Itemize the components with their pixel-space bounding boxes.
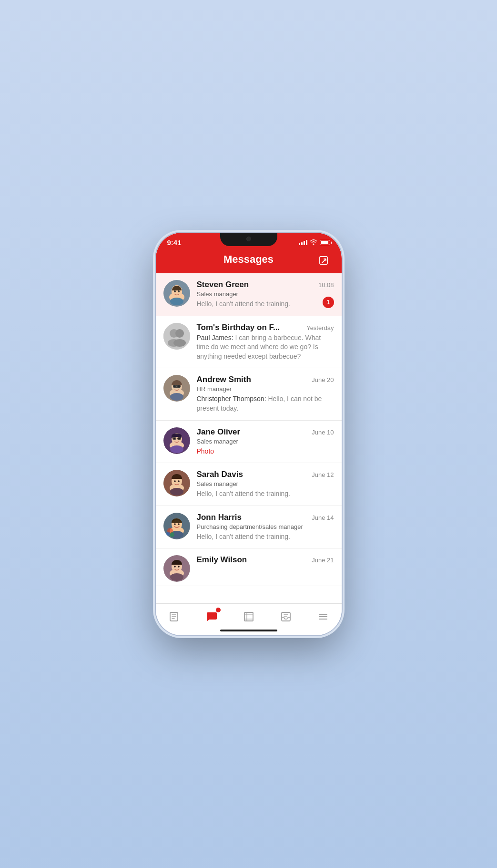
avatar-img-jonn (163, 513, 190, 539)
notch (220, 233, 277, 246)
svg-rect-56 (282, 612, 290, 621)
message-item-toms-birthday[interactable]: Tom's Birthday on F... Yesterday Paul Ja… (156, 316, 342, 369)
nav-item-menu[interactable] (312, 609, 335, 624)
message-time: 10:08 (318, 281, 334, 289)
contact-name: Sarah Davis (197, 470, 243, 479)
message-item-andrew-smith[interactable]: Andrew Smith June 20 HR manager Christop… (156, 368, 342, 420)
messages-icon (205, 610, 218, 623)
bottom-navigation (156, 603, 342, 627)
menu-icon (317, 611, 329, 622)
avatar-steven-green (163, 280, 190, 307)
camera-dot (246, 237, 251, 241)
message-content-jonn-harris: Jonn Harris June 14 Purchasing departmen… (197, 513, 334, 542)
notes-icon (168, 611, 180, 622)
compose-button[interactable] (316, 253, 332, 269)
status-time: 9:41 (167, 238, 182, 247)
nav-item-notes[interactable] (162, 609, 185, 624)
avatar-emily-wilson (163, 555, 190, 582)
compose-icon (318, 255, 330, 267)
group-avatar (163, 323, 190, 350)
nav-badge (216, 608, 221, 612)
message-top: Steven Green 10:08 (197, 280, 334, 289)
svg-point-41 (178, 523, 180, 525)
svg-point-5 (174, 290, 176, 292)
svg-point-6 (178, 290, 180, 292)
nav-item-contacts[interactable] (237, 609, 260, 624)
svg-point-12 (173, 339, 186, 347)
svg-point-29 (178, 437, 180, 439)
svg-point-10 (175, 329, 184, 338)
message-preview: Christopher Thompson: Hello, I can not b… (197, 394, 334, 413)
message-content-steven-green: Steven Green 10:08 Sales manager Hello, … (197, 280, 334, 309)
message-content-emily-wilson: Emily Wilson June 21 (197, 555, 334, 566)
svg-point-22 (170, 393, 183, 401)
contact-name: Emily Wilson (197, 555, 247, 565)
avatar-jonn-harris (163, 513, 190, 539)
contact-name: Jonn Harris (197, 513, 242, 522)
message-content-toms-birthday: Tom's Birthday on F... Yesterday Paul Ja… (197, 323, 334, 362)
message-list: Steven Green 10:08 Sales manager Hello, … (156, 273, 342, 603)
avatar-img-emily (163, 555, 190, 582)
contact-name: Steven Green (197, 280, 249, 289)
nav-item-messages[interactable] (200, 609, 223, 625)
svg-point-50 (178, 566, 180, 568)
svg-point-30 (170, 445, 183, 453)
contact-role: Sales manager (197, 480, 334, 487)
message-preview: Photo (197, 447, 334, 456)
phone-inner: 9:41 (156, 233, 342, 635)
message-time: June 20 (312, 376, 334, 383)
avatar-toms-birthday (163, 323, 190, 350)
message-item-jonn-harris[interactable]: Jonn Harris June 14 Purchasing departmen… (156, 506, 342, 549)
inbox-icon (280, 611, 292, 622)
message-item-emily-wilson[interactable]: Emily Wilson June 21 (156, 548, 342, 586)
svg-point-40 (174, 523, 176, 525)
message-content-jane-oliver: Jane Oliver June 10 Sales manager Photo (197, 427, 334, 456)
avatar-img-steven (163, 280, 190, 307)
svg-point-20 (173, 385, 175, 387)
phone-frame: 9:41 (156, 233, 342, 635)
avatar-jane-oliver (163, 427, 190, 454)
message-item-jane-oliver[interactable]: Jane Oliver June 10 Sales manager Photo (156, 421, 342, 464)
header-title: Messages (223, 253, 274, 266)
message-top: Sarah Davis June 12 (197, 470, 334, 479)
signal-icon (299, 240, 307, 245)
message-content-andrew-smith: Andrew Smith June 20 HR manager Christop… (197, 375, 334, 413)
message-item-steven-green[interactable]: Steven Green 10:08 Sales manager Hello, … (156, 273, 342, 316)
message-time: June 10 (312, 429, 334, 436)
svg-point-28 (173, 437, 175, 439)
svg-point-35 (178, 480, 180, 482)
message-time: June 14 (312, 514, 334, 521)
avatar-img-andrew (163, 375, 190, 402)
message-item-sarah-davis[interactable]: Sarah Davis June 12 Sales manager Hello,… (156, 463, 342, 506)
avatar-img-jane (163, 427, 190, 454)
contact-role: Sales manager (197, 438, 334, 445)
message-preview: Hello, I can't attend the training. (197, 532, 334, 542)
avatar-sarah-davis (163, 470, 190, 496)
unread-badge: 1 (323, 297, 334, 308)
message-time: June 21 (312, 557, 334, 564)
message-top: Andrew Smith June 20 (197, 375, 334, 384)
svg-point-49 (174, 566, 176, 568)
contact-role: HR manager (197, 385, 334, 393)
svg-point-51 (170, 573, 183, 581)
svg-point-34 (174, 480, 176, 482)
avatar-img-sarah (163, 470, 190, 496)
message-top: Jonn Harris June 14 (197, 513, 334, 522)
group-avatar-icon (163, 323, 190, 350)
svg-point-36 (170, 488, 183, 496)
message-content-sarah-davis: Sarah Davis June 12 Sales manager Hello,… (197, 470, 334, 499)
svg-point-21 (178, 385, 180, 387)
wifi-icon (310, 239, 317, 246)
home-indicator (156, 627, 342, 635)
message-top: Jane Oliver June 10 (197, 427, 334, 437)
sender-name: Christopher Thompson: (197, 395, 268, 403)
status-icons (299, 239, 330, 246)
message-top: Tom's Birthday on F... Yesterday (197, 323, 334, 332)
message-preview: Hello, I can't attend the training. (197, 300, 334, 309)
message-preview: Paul James: I can bring a barbecue. What… (197, 333, 334, 362)
avatar-andrew-smith (163, 375, 190, 402)
svg-point-44 (166, 532, 170, 536)
message-time: June 12 (312, 471, 334, 478)
nav-item-inbox[interactable] (274, 609, 297, 624)
svg-point-7 (170, 298, 183, 305)
